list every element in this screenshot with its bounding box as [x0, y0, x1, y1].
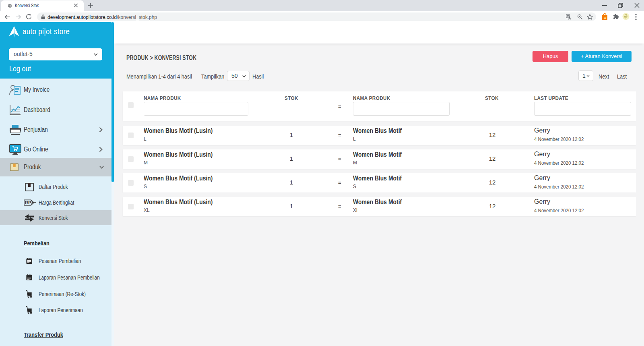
- svg-text:RP: RP: [25, 200, 31, 205]
